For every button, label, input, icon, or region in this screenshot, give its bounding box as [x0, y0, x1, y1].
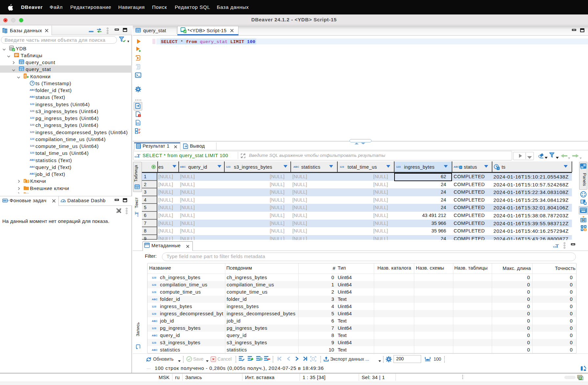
svg-text:{x}: {x} [136, 122, 140, 125]
svg-text:T: T [134, 211, 139, 215]
svg-text:T: T [137, 153, 140, 158]
svg-text:?: ? [460, 166, 462, 169]
svg-text:T: T [555, 243, 559, 248]
svg-text:?: ? [497, 167, 499, 170]
